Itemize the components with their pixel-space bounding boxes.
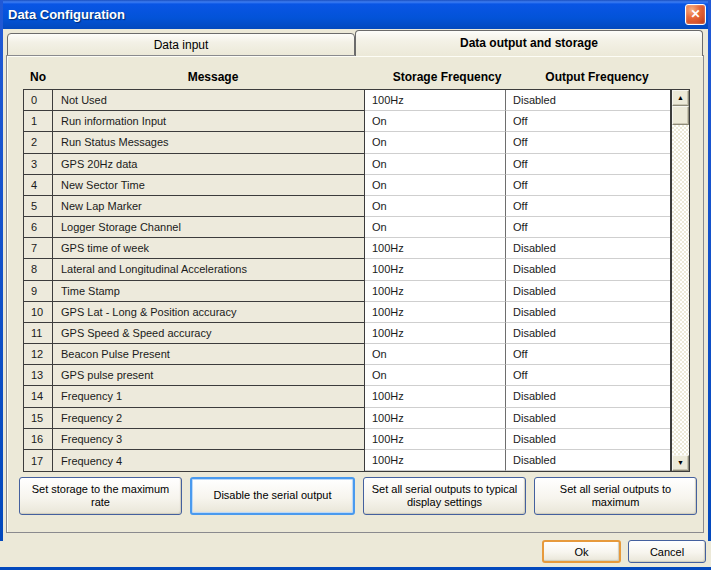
- row-output-frequency[interactable]: Disabled: [506, 429, 670, 450]
- table-row[interactable]: 9 Time Stamp 100Hz Disabled: [24, 281, 670, 302]
- set-storage-maximum-button[interactable]: Set storage to the maximum rate: [19, 477, 182, 515]
- row-storage-frequency[interactable]: 100Hz: [365, 450, 506, 471]
- tab-data-output-and-storage[interactable]: Data output and storage: [355, 30, 703, 56]
- row-message: Frequency 3: [53, 429, 365, 450]
- vertical-scrollbar[interactable]: ▲ ▼: [672, 90, 689, 471]
- row-output-frequency[interactable]: Disabled: [506, 281, 670, 302]
- row-number: 16: [24, 429, 53, 450]
- scroll-up-button[interactable]: ▲: [672, 90, 689, 106]
- row-storage-frequency[interactable]: On: [365, 132, 506, 153]
- tab-data-input[interactable]: Data input: [7, 33, 355, 56]
- table-row[interactable]: 5 New Lap Marker On Off: [24, 196, 670, 217]
- table-row[interactable]: 6 Logger Storage Channel On Off: [24, 217, 670, 238]
- row-storage-frequency[interactable]: 100Hz: [365, 238, 506, 259]
- row-output-frequency[interactable]: Off: [506, 111, 670, 132]
- row-message: GPS pulse present: [53, 365, 365, 386]
- row-message: Time Stamp: [53, 281, 365, 302]
- set-serial-outputs-maximum-button[interactable]: Set all serial outputs to maximum: [534, 477, 697, 515]
- scroll-down-button[interactable]: ▼: [672, 455, 689, 471]
- row-number: 5: [24, 196, 53, 217]
- scrollbar-thumb[interactable]: [672, 106, 689, 125]
- row-storage-frequency[interactable]: On: [365, 111, 506, 132]
- row-message: Run information Input: [53, 111, 365, 132]
- row-message: GPS time of week: [53, 238, 365, 259]
- row-output-frequency[interactable]: Off: [506, 217, 670, 238]
- table-row[interactable]: 0 Not Used 100Hz Disabled: [24, 90, 670, 111]
- table-row[interactable]: 11 GPS Speed & Speed accuracy 100Hz Disa…: [24, 323, 670, 344]
- scrollbar-track[interactable]: [672, 125, 689, 455]
- table-row[interactable]: 3 GPS 20Hz data On Off: [24, 154, 670, 175]
- cancel-button[interactable]: Cancel: [628, 540, 706, 563]
- row-storage-frequency[interactable]: On: [365, 344, 506, 365]
- row-output-frequency[interactable]: Disabled: [506, 323, 670, 344]
- row-storage-frequency[interactable]: 100Hz: [365, 259, 506, 280]
- row-output-frequency[interactable]: Off: [506, 175, 670, 196]
- column-header-storage-frequency: Storage Frequency: [373, 70, 521, 86]
- row-storage-frequency[interactable]: On: [365, 217, 506, 238]
- row-message: Frequency 4: [53, 450, 365, 471]
- row-output-frequency[interactable]: Off: [506, 365, 670, 386]
- column-header-message: Message: [53, 70, 373, 86]
- table-row[interactable]: 7 GPS time of week 100Hz Disabled: [24, 238, 670, 259]
- row-output-frequency[interactable]: Disabled: [506, 238, 670, 259]
- scroll-up-icon: ▲: [677, 94, 684, 101]
- row-number: 4: [24, 175, 53, 196]
- row-output-frequency[interactable]: Disabled: [506, 450, 670, 471]
- table-row[interactable]: 14 Frequency 1 100Hz Disabled: [24, 386, 670, 407]
- row-number: 0: [24, 90, 53, 111]
- tab-page-data-output: No Message Storage Frequency Output Freq…: [6, 55, 704, 533]
- row-number: 13: [24, 365, 53, 386]
- table-row[interactable]: 17 Frequency 4 100Hz Disabled: [24, 450, 670, 471]
- column-header-no: No: [23, 70, 53, 86]
- set-serial-outputs-typical-button[interactable]: Set all serial outputs to typical displa…: [363, 477, 526, 515]
- row-storage-frequency[interactable]: 100Hz: [365, 408, 506, 429]
- row-message: New Sector Time: [53, 175, 365, 196]
- table-row[interactable]: 12 Beacon Pulse Present On Off: [24, 344, 670, 365]
- row-output-frequency[interactable]: Off: [506, 196, 670, 217]
- row-storage-frequency[interactable]: On: [365, 154, 506, 175]
- window-title: Data Configuration: [0, 7, 125, 22]
- table-row[interactable]: 13 GPS pulse present On Off: [24, 365, 670, 386]
- row-output-frequency[interactable]: Disabled: [506, 408, 670, 429]
- row-output-frequency[interactable]: Disabled: [506, 90, 670, 111]
- row-number: 17: [24, 450, 53, 471]
- title-bar: Data Configuration: [0, 0, 711, 29]
- table-row[interactable]: 4 New Sector Time On Off: [24, 175, 670, 196]
- row-storage-frequency[interactable]: 100Hz: [365, 281, 506, 302]
- row-storage-frequency[interactable]: 100Hz: [365, 386, 506, 407]
- column-header-output-frequency: Output Frequency: [521, 70, 673, 86]
- row-output-frequency[interactable]: Off: [506, 154, 670, 175]
- row-output-frequency[interactable]: Disabled: [506, 302, 670, 323]
- message-table: 0 Not Used 100Hz Disabled 1 Run informat…: [23, 89, 690, 472]
- row-storage-frequency[interactable]: On: [365, 175, 506, 196]
- row-number: 15: [24, 408, 53, 429]
- row-message: Lateral and Longitudinal Accelerations: [53, 259, 365, 280]
- row-number: 3: [24, 154, 53, 175]
- table-row[interactable]: 1 Run information Input On Off: [24, 111, 670, 132]
- row-storage-frequency[interactable]: On: [365, 196, 506, 217]
- table-row[interactable]: 15 Frequency 2 100Hz Disabled: [24, 408, 670, 429]
- disable-serial-output-button[interactable]: Disable the serial output: [190, 477, 355, 515]
- row-message: Frequency 2: [53, 408, 365, 429]
- row-number: 7: [24, 238, 53, 259]
- row-storage-frequency[interactable]: 100Hz: [365, 90, 506, 111]
- row-output-frequency[interactable]: Off: [506, 132, 670, 153]
- row-output-frequency[interactable]: Disabled: [506, 259, 670, 280]
- row-message: GPS Speed & Speed accuracy: [53, 323, 365, 344]
- row-number: 2: [24, 132, 53, 153]
- row-output-frequency[interactable]: Off: [506, 344, 670, 365]
- row-message: New Lap Marker: [53, 196, 365, 217]
- row-storage-frequency[interactable]: 100Hz: [365, 429, 506, 450]
- close-button[interactable]: ✕: [685, 4, 706, 25]
- data-configuration-dialog: Data Configuration ✕ Data input Data out…: [0, 0, 711, 570]
- row-storage-frequency[interactable]: 100Hz: [365, 302, 506, 323]
- table-row[interactable]: 8 Lateral and Longitudinal Accelerations…: [24, 259, 670, 280]
- row-storage-frequency[interactable]: 100Hz: [365, 323, 506, 344]
- table-row[interactable]: 10 GPS Lat - Long & Position accuracy 10…: [24, 302, 670, 323]
- row-number: 6: [24, 217, 53, 238]
- row-output-frequency[interactable]: Disabled: [506, 386, 670, 407]
- table-row[interactable]: 2 Run Status Messages On Off: [24, 132, 670, 153]
- row-storage-frequency[interactable]: On: [365, 365, 506, 386]
- table-row[interactable]: 16 Frequency 3 100Hz Disabled: [24, 429, 670, 450]
- ok-button[interactable]: Ok: [542, 540, 621, 563]
